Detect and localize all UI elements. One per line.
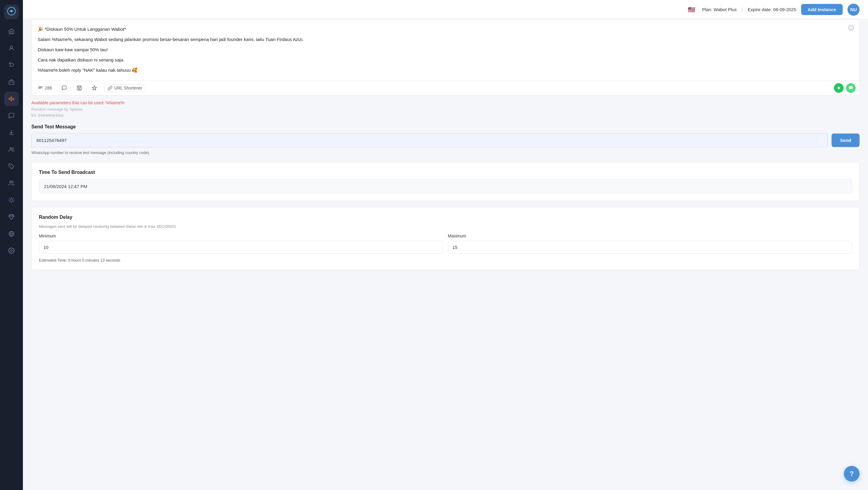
message-line-5: %Name% boleh reply "NAK" kalau nak tahuu… <box>38 67 842 74</box>
header: 🇺🇸 Plan: Wabot Plus | Expire date: 06-09… <box>23 0 868 19</box>
svg-point-13 <box>849 25 854 30</box>
svg-point-15 <box>852 27 852 27</box>
url-shortener-button[interactable]: URL Shortener <box>104 84 146 92</box>
svg-point-18 <box>838 87 840 89</box>
sidebar-item-broadcast[interactable] <box>4 92 19 106</box>
delay-min-col: Minimum <box>39 234 443 254</box>
sidebar-item-network[interactable] <box>4 226 19 241</box>
params-available: Available parameters that can be used: %… <box>31 100 860 105</box>
broadcast-card: Time To Send Broadcast 21/06/2024 12:47 … <box>31 162 860 201</box>
broadcast-title: Time To Send Broadcast <box>39 170 852 175</box>
delay-max-input[interactable] <box>448 241 852 254</box>
svg-point-1 <box>10 10 12 12</box>
sidebar-item-replies[interactable] <box>4 58 19 72</box>
flag-icon: 🇺🇸 <box>688 6 698 13</box>
sidebar-logo[interactable] <box>4 5 19 19</box>
sidebar <box>0 0 23 490</box>
toolbar-ai-icon[interactable] <box>89 84 99 92</box>
help-icon: ? <box>849 470 854 478</box>
phone-input[interactable] <box>31 133 828 147</box>
params-section: Available parameters that can be used: %… <box>31 100 860 118</box>
svg-rect-17 <box>79 89 80 90</box>
svg-point-6 <box>10 148 12 150</box>
toolbar-chat-icon[interactable] <box>59 84 69 92</box>
divider: | <box>741 6 743 13</box>
svg-point-8 <box>10 165 11 166</box>
message-line-3: Diskaun kaw-kaw sampai 50% tau! <box>38 46 842 53</box>
ai-green-button[interactable] <box>834 83 844 93</box>
sidebar-item-users[interactable] <box>4 176 19 190</box>
plan-label: Plan: Wabot Plus <box>702 7 737 12</box>
svg-point-14 <box>850 27 850 27</box>
random-delay-title: Random Delay <box>39 215 852 220</box>
sidebar-item-settings[interactable] <box>4 244 19 258</box>
sidebar-item-home[interactable] <box>4 24 19 38</box>
svg-rect-3 <box>9 81 14 84</box>
svg-point-5 <box>12 82 13 83</box>
main-area: 🇺🇸 Plan: Wabot Plus | Expire date: 06-09… <box>23 0 868 490</box>
emoji-button[interactable] <box>848 24 855 33</box>
svg-point-10 <box>12 181 13 183</box>
message-content: 🎉 *Diskaun 50% Untuk Langganan Wabot* Sa… <box>32 20 859 81</box>
params-spintax-example: Ex: {Hi|Hello|Hola} <box>31 113 860 118</box>
send-button[interactable]: Send <box>832 133 860 147</box>
svg-point-4 <box>10 82 11 83</box>
help-button[interactable]: ? <box>844 466 860 482</box>
random-delay-subtitle: Messages sent will be delayed randomly b… <box>39 224 852 229</box>
svg-rect-16 <box>78 86 82 90</box>
send-hint: WhatsApp number to receive test message … <box>31 150 860 155</box>
char-count: 286 <box>45 86 52 90</box>
estimated-time: Estimated Time: 0 hours 0 minutes 13 sec… <box>39 258 852 263</box>
sidebar-item-export[interactable] <box>4 125 19 140</box>
sidebar-item-bot[interactable] <box>4 75 19 89</box>
delay-row: Minimum Maximum <box>39 234 852 254</box>
char-count-item: 286 <box>35 84 54 92</box>
ai-icons <box>834 83 856 93</box>
delay-min-label: Minimum <box>39 234 443 238</box>
delay-max-label: Maximum <box>448 234 852 238</box>
content-area: 🎉 *Diskaun 50% Untuk Langganan Wabot* Sa… <box>23 19 868 490</box>
svg-point-2 <box>10 46 12 48</box>
sidebar-item-tags[interactable] <box>4 159 19 174</box>
svg-point-12 <box>10 250 12 252</box>
send-test-row: Send <box>31 133 860 147</box>
broadcast-datetime[interactable]: 21/06/2024 12:47 PM <box>39 179 852 193</box>
delay-min-input[interactable] <box>39 241 443 254</box>
params-spintax: Random message by Spintax <box>31 106 860 113</box>
svg-point-9 <box>10 181 11 183</box>
message-line-1: 🎉 *Diskaun 50% Untuk Langganan Wabot* <box>38 26 842 33</box>
send-test-title: Send Test Message <box>31 124 860 130</box>
random-delay-card: Random Delay Messages sent will be delay… <box>31 207 860 270</box>
sidebar-item-chat[interactable] <box>4 109 19 123</box>
logo-icon <box>7 7 16 17</box>
url-shortener-label: URL Shortener <box>114 86 142 90</box>
user-avatar[interactable]: NU <box>847 4 860 16</box>
message-line-2: Salam %Name%, sekarang Wabot sedang jala… <box>38 36 842 43</box>
sidebar-item-plugin[interactable] <box>4 193 19 207</box>
svg-point-7 <box>12 148 13 150</box>
delay-max-col: Maximum <box>448 234 852 254</box>
toolbar-save-icon[interactable] <box>74 84 84 92</box>
message-line-4: Cara nak dapatkan diskaun ni senang saja… <box>38 56 842 64</box>
sidebar-item-team[interactable] <box>4 142 19 157</box>
send-test-section: Send Test Message Send WhatsApp number t… <box>31 124 860 155</box>
message-toolbar: 286 URL Shortener <box>32 81 859 95</box>
message-box: 🎉 *Diskaun 50% Untuk Langganan Wabot* Sa… <box>31 19 860 95</box>
add-instance-button[interactable]: Add Instance <box>801 4 843 15</box>
expire-label: Expire date: 06-09-2025 <box>748 7 796 12</box>
sidebar-item-diamond[interactable] <box>4 210 19 224</box>
ai-chat-button[interactable] <box>846 83 856 93</box>
sidebar-item-contacts[interactable] <box>4 41 19 56</box>
